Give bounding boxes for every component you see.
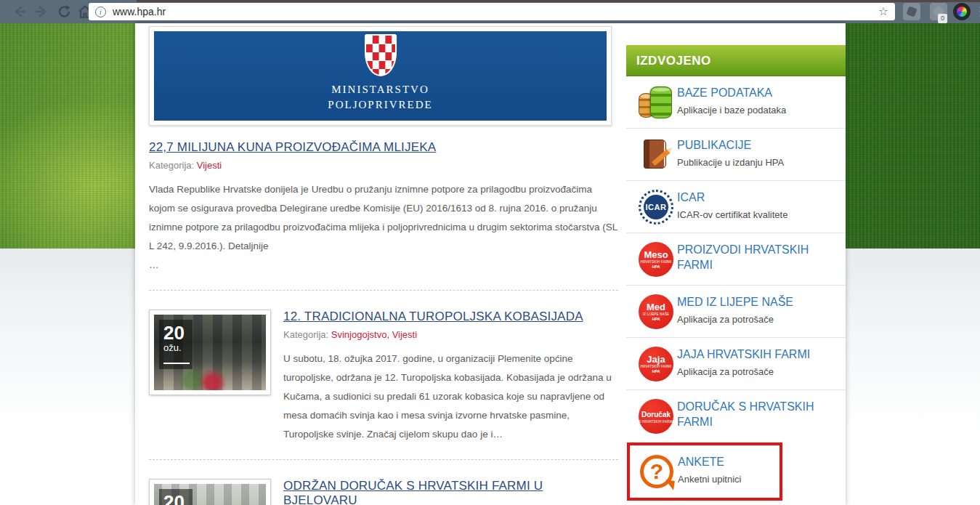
med-logo-icon: Med IZ LIJEPE NAŠE HPA <box>638 293 674 331</box>
article-photo[interactable]: 20 ožu. <box>154 315 266 390</box>
date-badge: 20 ožu. <box>159 489 193 505</box>
sidebar-item-title[interactable]: PROIZVODI HRVATSKIH FARMI <box>677 242 840 272</box>
browser-menu-icon[interactable]: ⋮ <box>974 4 980 19</box>
croatian-coat-of-arms-icon <box>365 34 397 76</box>
back-icon[interactable] <box>12 4 28 20</box>
page-info-icon[interactable]: i <box>95 7 106 17</box>
article-title-link[interactable]: 12. TRADICIONALNA TUROPOLJSKA KOBASIJADA <box>283 310 583 323</box>
forward-icon[interactable] <box>33 4 49 20</box>
ministry-banner[interactable]: MINISTARSTVO POLJOPRIVREDE <box>149 26 612 126</box>
ankete-highlight-box: ? ANKETE Anketni upitnici <box>627 443 782 501</box>
category-link[interactable]: Vijesti <box>392 329 417 340</box>
article-separator <box>149 290 618 291</box>
sidebar-item-icar[interactable]: ICAR ICAR ICAR-ov certifikat kvalitete <box>626 181 846 233</box>
sidebar-item-title[interactable]: DORUČAK S HRVATSKIH FARMI <box>677 399 840 429</box>
meso-logo-icon: Meso HRVATSKIH FARMI HPA <box>638 241 674 278</box>
address-bar[interactable]: i www.hpa.hr ☆ <box>89 3 895 20</box>
category-label: Kategorija: <box>283 329 328 340</box>
category-link[interactable]: Svinjogojstvo <box>331 329 392 340</box>
article-photo-frame[interactable]: 20 ožu. <box>149 479 271 505</box>
bookmark-star-icon[interactable]: ☆ <box>878 6 888 17</box>
date-day: 20 <box>163 323 193 342</box>
article-1: 22,7 MILIJUNA KUNA PROIZVOĐAČIMA MLIJEKA… <box>149 140 618 275</box>
color-wheel-icon[interactable] <box>953 3 971 20</box>
category-label: Kategorija: <box>149 160 194 171</box>
sidebar-item-dorucak[interactable]: Doručak S HRVATSKIH FARMI DORUČAK S HRVA… <box>626 390 846 443</box>
article-separator <box>149 459 618 460</box>
sidebar-item-title[interactable]: ANKETE <box>678 454 774 469</box>
main-column: MINISTARSTVO POLJOPRIVREDE 22,7 MILIJUNA… <box>149 23 618 505</box>
sidebar-izdvojeno: IZDVOJENO BAZE PODATAKA Aplikacije i baz… <box>626 23 846 501</box>
date-badge: 20 ožu. <box>159 320 193 369</box>
sidebar-item-title[interactable]: JAJA HRVATSKIH FARMI <box>677 347 840 362</box>
article-text-block: 12. TRADICIONALNA TUROPOLJSKA KOBASIJADA… <box>283 310 617 444</box>
article-3: 20 ožu. ODRŽAN DORUČAK S HRVATSKIH FARMI… <box>149 479 618 505</box>
sidebar-item-baze-podataka[interactable]: BAZE PODATAKA Aplikacije i baze podataka <box>626 76 846 129</box>
article-category-line: Kategorija: SvinjogojstvoVijesti <box>283 329 617 340</box>
extension-icon[interactable] <box>903 3 920 20</box>
sidebar-item-subtitle: Publikacije u izdanju HPA <box>677 157 840 168</box>
sidebar-item-subtitle: ICAR-ov certifikat kvalitete <box>677 209 840 220</box>
sidebar-item-title[interactable]: PUBLIKACIJE <box>677 137 840 153</box>
content-area: MINISTARSTVO POLJOPRIVREDE 22,7 MILIJUNA… <box>135 23 846 505</box>
icar-badge-icon: ICAR <box>638 188 674 226</box>
ministry-banner-title: MINISTARSTVO POLJOPRIVREDE <box>328 82 432 113</box>
article-title-link[interactable]: 22,7 MILIJUNA KUNA PROIZVOĐAČIMA MLIJEKA <box>149 140 436 154</box>
browser-toolbar: i www.hpa.hr ☆ 0 ⋮ <box>0 0 980 23</box>
article-title-link[interactable]: ODRŽAN DORUČAK S HRVATSKIH FARMI U BJELO… <box>283 479 543 505</box>
article-body: U subotu, 18. ožujka 2017. godine, u org… <box>283 350 617 444</box>
question-mark-icon: ? <box>639 453 675 490</box>
window-top-edge <box>137 0 980 2</box>
ministry-line1: MINISTARSTVO <box>328 82 432 97</box>
sidebar-item-title[interactable]: ICAR <box>677 190 840 205</box>
article-2: 20 ožu. 12. TRADICIONALNA TUROPOLJSKA KO… <box>149 310 618 444</box>
jaja-logo-icon: Jaja HRVATSKIH FARMI HPA <box>638 345 674 383</box>
date-month: ožu. <box>163 342 193 354</box>
sidebar-item-publikacije[interactable]: PUBLIKACIJE Publikacije u izdanju HPA <box>626 129 846 181</box>
database-icon <box>638 84 674 121</box>
page-background: MINISTARSTVO POLJOPRIVREDE 22,7 MILIJUNA… <box>0 23 980 505</box>
article-photo-frame[interactable]: 20 ožu. <box>149 310 271 395</box>
sidebar-item-proizvodi-hrvatskih-farmi[interactable]: Meso HRVATSKIH FARMI HPA PROIZVODI HRVAT… <box>626 233 846 286</box>
sidebar-item-med-iz-lijepe-nase[interactable]: Med IZ LIJEPE NAŠE HPA MED IZ LIJEPE NAŠ… <box>626 286 846 338</box>
extension-badge: 0 <box>938 14 947 23</box>
sidebar-item-ankete[interactable]: ? ANKETE Anketni upitnici <box>630 445 779 498</box>
date-day: 20 <box>163 493 193 505</box>
article-text-block: ODRŽAN DORUČAK S HRVATSKIH FARMI U BJELO… <box>283 479 617 505</box>
sidebar-item-subtitle: Anketni upitnici <box>678 474 774 485</box>
article-ellipsis: … <box>149 256 618 275</box>
category-link[interactable]: Vijesti <box>197 160 222 171</box>
sidebar-item-title[interactable]: MED IZ LIJEPE NAŠE <box>677 294 840 310</box>
url-text[interactable]: www.hpa.hr <box>113 6 878 17</box>
sidebar-item-title[interactable]: BAZE PODATAKA <box>677 85 840 100</box>
extension-icon-2[interactable]: 0 <box>930 3 947 20</box>
article-photo[interactable]: 20 ožu. <box>154 484 266 505</box>
reload-icon[interactable] <box>57 4 73 20</box>
ministry-line2: POLJOPRIVREDE <box>328 97 432 113</box>
sidebar-item-subtitle: Aplikacija za potrošače <box>677 366 840 377</box>
sidebar-item-subtitle: Aplikacija za potrošače <box>677 314 840 325</box>
dorucak-logo-icon: Doručak S HRVATSKIH FARMI <box>638 397 674 435</box>
extension-glyph <box>906 6 917 17</box>
article-body: Vlada Republike Hrvatske donijela je Ure… <box>149 180 618 256</box>
sidebar-item-jaja-hrvatskih-farmi[interactable]: Jaja HRVATSKIH FARMI HPA JAJA HRVATSKIH … <box>626 338 846 390</box>
sidebar-header: IZDVOJENO <box>626 45 846 76</box>
ministry-banner-inner: MINISTARSTVO POLJOPRIVREDE <box>154 31 607 121</box>
book-pencil-icon <box>638 136 674 174</box>
sidebar-item-subtitle: Aplikacije i baze podataka <box>677 105 840 116</box>
article-category-line: Kategorija: Vijesti <box>149 160 618 171</box>
